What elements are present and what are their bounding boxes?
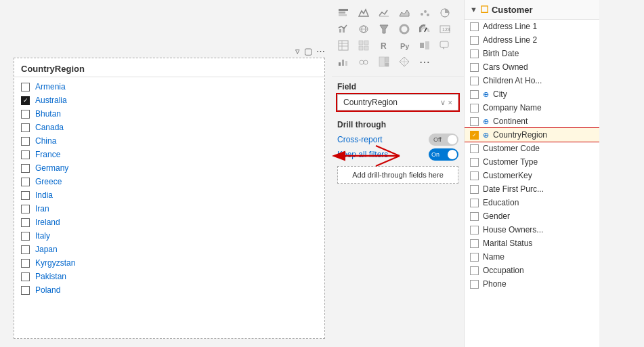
slicer-item[interactable]: China [14,134,324,148]
viz-matrix[interactable] [355,38,372,53]
slicer-item[interactable]: Germany [14,161,324,175]
viz-card[interactable]: 123 [436,22,454,37]
slicer-item[interactable]: Pakistan [14,270,324,283]
viz-treemap[interactable] [375,54,393,69]
viz-stacked-bar[interactable] [335,5,352,20]
field-checkbox [470,77,479,85]
field-item[interactable]: Phone [465,277,599,291]
field-section: Field CountryRegion ∨ × [332,78,464,115]
field-pill[interactable]: CountryRegion ∨ × [337,94,458,110]
viz-donut[interactable] [395,22,413,37]
middle-panel: 123 R Py [332,0,464,347]
slicer-item[interactable]: Kyrgyzstan [14,256,324,270]
filter-icon[interactable]: ▿ [295,46,300,56]
field-item[interactable]: ⊕City [465,87,599,101]
field-name: Address Line 1 [483,22,537,31]
field-item[interactable]: Birth Date [465,47,599,60]
field-item[interactable]: Name [465,250,599,264]
slicer-item[interactable]: Bhutan [14,107,324,121]
svg-rect-35 [345,61,347,66]
viz-chat[interactable] [355,54,372,69]
svg-marker-32 [442,47,444,49]
field-item[interactable]: Customer Code [465,142,599,155]
slicer-title: CountryRegion [14,58,324,77]
slicer-item[interactable]: Canada [14,121,324,134]
slicer-checkbox [21,178,30,186]
cross-report-row: Cross-report Off [337,134,458,146]
slicer-checkbox [21,191,30,200]
field-checkbox [470,239,479,248]
field-checkbox [470,253,479,262]
cross-report-toggle[interactable]: Off [429,134,458,146]
viz-area-chart[interactable] [395,5,413,20]
keep-filters-label: Keep all filters [337,150,388,159]
viz-gauge[interactable] [416,22,433,37]
viz-line-chart[interactable] [375,5,393,20]
slicer-checkbox [21,218,30,227]
svg-point-37 [364,60,368,64]
slicer-checkbox [21,232,30,241]
viz-custom1[interactable] [416,38,433,53]
slicer-item[interactable]: Iran [14,202,324,216]
viz-table[interactable] [335,38,352,53]
field-item[interactable]: Children At Ho... [465,74,599,87]
field-item[interactable]: Customer Type [465,155,599,169]
field-name: Company Name [483,103,542,113]
keep-filters-toggle[interactable]: On [429,148,458,161]
field-item[interactable]: Marital Status [465,237,599,250]
slicer-item[interactable]: Poland [14,283,324,297]
slicer-item[interactable]: Ireland [14,216,324,229]
slicer-list[interactable]: ArmeniaAustraliaBhutanCanadaChinaFranceG… [14,77,324,328]
viz-diamond[interactable] [395,54,413,69]
field-item[interactable]: Cars Owned [465,60,599,74]
field-item[interactable]: Company Name [465,101,599,115]
slicer-item[interactable]: Australia [14,94,324,107]
add-drill-button[interactable]: Add drill-through fields here [337,166,458,184]
svg-marker-3 [359,9,368,16]
format-icon[interactable]: ▢ [304,46,312,56]
viz-pie[interactable] [436,5,454,20]
field-item[interactable]: CustomerKey [465,169,599,182]
field-checkbox [470,199,479,207]
svg-point-36 [360,60,364,64]
right-panel: ▼ ☐ Customer Address Line 1Address Line … [464,0,599,347]
slicer-item[interactable]: Greece [14,175,324,188]
viz-map[interactable] [355,22,372,37]
viz-mountain[interactable] [355,5,372,20]
viz-combo[interactable] [335,22,352,37]
svg-rect-30 [425,41,429,49]
field-item[interactable]: Address Line 2 [465,33,599,47]
slicer-item[interactable]: France [14,148,324,161]
viz-funnel[interactable] [375,22,393,37]
svg-rect-0 [339,9,348,11]
field-item[interactable]: Date First Purc... [465,182,599,196]
more-icon[interactable]: ⋯ [316,46,325,56]
chevron-down-icon: ▼ [470,5,477,14]
field-item[interactable]: ⊕CountryRegion [465,128,599,142]
viz-speech-bubble[interactable] [436,38,454,53]
globe-icon: ⊕ [483,117,489,126]
svg-rect-29 [420,43,424,48]
viz-python[interactable]: Py [395,38,413,53]
field-item[interactable]: Address Line 1 [465,20,599,33]
slicer-item[interactable]: Armenia [14,80,324,94]
viz-scatter[interactable] [416,5,433,20]
viz-chart2[interactable] [335,54,352,69]
field-item[interactable]: Occupation [465,264,599,277]
slicer-item[interactable]: India [14,188,324,202]
customer-group-header[interactable]: ▼ ☐ Customer [465,0,599,20]
field-item[interactable]: House Owners... [465,223,599,237]
field-checkbox [470,266,479,275]
close-icon[interactable]: × [448,98,452,106]
slicer-item-label: Italy [35,231,50,241]
field-item[interactable]: Education [465,196,599,209]
viz-more[interactable]: ⋯ [416,54,433,69]
field-name: Phone [483,279,507,289]
slicer-checkbox [21,137,30,146]
keep-filters-on-text: On [431,151,439,158]
field-item[interactable]: ⊕Continent [465,115,599,128]
slicer-item[interactable]: Japan [14,243,324,256]
field-item[interactable]: Gender [465,209,599,223]
slicer-item[interactable]: Italy [14,229,324,243]
viz-r-visual[interactable]: R [375,38,393,53]
